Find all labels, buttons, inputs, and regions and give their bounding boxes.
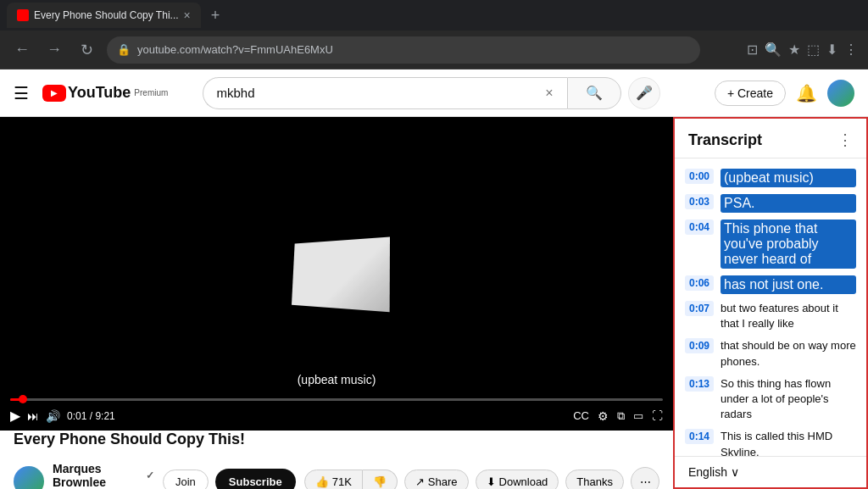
subtitles-button[interactable]: CC: [573, 409, 589, 422]
video-caption: (upbeat music): [291, 371, 383, 388]
video-player[interactable]: (upbeat music) ▶ ⏭ 🔊 0:01 / 9:21: [0, 117, 673, 431]
menu-icon[interactable]: ☰: [14, 83, 29, 103]
transcript-item-time: 0:07: [685, 301, 714, 316]
bookmark-icon[interactable]: ★: [788, 42, 800, 58]
address-bar[interactable]: 🔒 youtube.com/watch?v=FmmUAhE6MxU: [107, 36, 700, 64]
notification-button[interactable]: 🔔: [796, 83, 817, 103]
subscribe-button[interactable]: Subscribe: [215, 469, 296, 490]
youtube-premium-label: Premium: [134, 88, 168, 97]
transcript-item[interactable]: 0:14This is called this HMD Skyline,: [675, 425, 866, 456]
transcript-item[interactable]: 0:04This phone that you've probably neve…: [675, 216, 866, 272]
transcript-item-time: 0:09: [685, 338, 714, 353]
search-clear-icon[interactable]: ×: [545, 86, 553, 101]
transcript-menu-button[interactable]: ⋮: [837, 131, 853, 149]
total-time: 9:21: [95, 410, 114, 422]
theater-button[interactable]: ▭: [633, 409, 643, 422]
transcript-title: Transcript: [688, 131, 762, 149]
transcript-item-text: has not just one.: [721, 275, 856, 294]
new-tab-button[interactable]: +: [211, 7, 220, 25]
transcript-item-text: but two features about it that I really …: [721, 301, 856, 331]
channel-name[interactable]: Marques Brownlee ✓: [53, 462, 154, 489]
next-button[interactable]: ⏭: [27, 409, 39, 423]
search-icon: 🔍: [586, 85, 603, 101]
mic-icon: 🎤: [636, 85, 653, 101]
transcript-item[interactable]: 0:06has not just one.: [675, 272, 866, 297]
transcript-item[interactable]: 0:09that should be on way more phones.: [675, 335, 866, 372]
channel-info: Marques Brownlee ✓ 1.98 crore subscriber…: [53, 462, 154, 489]
search-container: × 🔍 🎤: [203, 77, 660, 109]
transcript-item-time: 0:14: [685, 429, 714, 444]
tab-favicon: [17, 9, 29, 21]
volume-button[interactable]: 🔊: [46, 409, 60, 423]
mic-button[interactable]: 🎤: [628, 77, 660, 109]
like-button[interactable]: 👍 71K: [304, 470, 363, 490]
video-controls: ▶ ⏭ 🔊 0:01 / 9:21 CC ⚙ ⧉ ▭ ⛶: [0, 392, 673, 431]
extensions-icon[interactable]: ⬚: [807, 42, 820, 58]
download-browser-icon[interactable]: ⬇: [826, 42, 837, 58]
channel-row: Marques Brownlee ✓ 1.98 crore subscriber…: [14, 455, 659, 489]
thumbs-down-icon: 👎: [373, 475, 387, 488]
video-frame-graphic: [292, 236, 390, 312]
download-button[interactable]: ⬇ Download: [476, 470, 559, 490]
refresh-button[interactable]: ↻: [75, 38, 98, 62]
address-bar-row: ← → ↻ 🔒 youtube.com/watch?v=FmmUAhE6MxU …: [0, 31, 868, 69]
share-button[interactable]: ↗ Share: [404, 470, 469, 490]
transcript-item-text: (upbeat music): [721, 169, 856, 187]
play-button[interactable]: ▶: [10, 408, 20, 424]
youtube-logo-text: YouTube: [68, 84, 131, 102]
thumbs-up-icon: 👍: [315, 475, 329, 488]
progress-dot: [19, 395, 27, 403]
like-dislike-group: 👍 71K 👎: [304, 470, 398, 490]
fullscreen-button[interactable]: ⛶: [652, 409, 663, 422]
transcript-item-time: 0:04: [685, 219, 714, 235]
browser-chrome: Every Phone Should Copy Thi... × +: [0, 0, 868, 31]
transcript-item-text: This is called this HMD Skyline,: [721, 429, 856, 456]
main-content: (upbeat music) ▶ ⏭ 🔊 0:01 / 9:21: [0, 117, 868, 489]
transcript-item[interactable]: 0:13So this thing has flown under a lot …: [675, 373, 866, 426]
transcript-header: Transcript ⋮: [675, 119, 866, 158]
more-browser-icon[interactable]: ⋮: [844, 42, 858, 58]
transcript-chevron: ∨: [731, 465, 739, 479]
youtube-header: ☰ YouTube Premium × 🔍 🎤 + Create 🔔: [0, 69, 868, 117]
controls-row: ▶ ⏭ 🔊 0:01 / 9:21 CC ⚙ ⧉ ▭ ⛶: [10, 408, 663, 424]
join-button[interactable]: Join: [163, 470, 209, 490]
avatar[interactable]: [827, 80, 854, 107]
tab-close-button[interactable]: ×: [184, 8, 191, 22]
time-display: 0:01 / 9:21: [67, 410, 115, 422]
channel-avatar[interactable]: [14, 466, 44, 489]
search-input[interactable]: [217, 86, 539, 100]
channel-actions: Join Subscribe: [163, 469, 296, 490]
transcript-item[interactable]: 0:03PSA.: [675, 191, 866, 216]
miniplayer-button[interactable]: ⧉: [617, 409, 625, 423]
browser-tab[interactable]: Every Phone Should Copy Thi... ×: [7, 3, 201, 28]
search-box[interactable]: ×: [203, 77, 567, 109]
download-icon: ⬇: [487, 475, 496, 488]
settings-icon[interactable]: ⚙: [598, 409, 609, 423]
transcript-footer[interactable]: English ∨: [675, 456, 866, 487]
transcript-item-text: that should be on way more phones.: [721, 338, 856, 369]
thanks-button[interactable]: Thanks: [565, 470, 624, 490]
current-time: 0:01: [67, 410, 86, 422]
dislike-button[interactable]: 👎: [363, 470, 398, 490]
youtube-logo[interactable]: YouTube Premium: [42, 84, 168, 102]
verified-badge: ✓: [146, 470, 154, 481]
transcript-item-text: This phone that you've probably never he…: [721, 219, 856, 269]
forward-button[interactable]: →: [42, 38, 66, 62]
create-button[interactable]: + Create: [715, 81, 786, 106]
search-button[interactable]: 🔍: [567, 77, 621, 109]
transcript-item-time: 0:06: [685, 275, 714, 291]
browser-actions: ⊡ 🔍 ★ ⬚ ⬇ ⋮: [747, 42, 858, 58]
transcript-item-time: 0:03: [685, 194, 714, 209]
transcript-item[interactable]: 0:00(upbeat music): [675, 165, 866, 191]
transcript-item[interactable]: 0:07but two features about it that I rea…: [675, 297, 866, 335]
search-browser-icon[interactable]: 🔍: [765, 42, 782, 58]
progress-bar[interactable]: [10, 398, 663, 401]
youtube-logo-icon: [42, 85, 66, 102]
cast-icon[interactable]: ⊡: [747, 42, 758, 58]
header-actions: + Create 🔔: [715, 80, 854, 107]
transcript-body[interactable]: 0:00(upbeat music)0:03PSA.0:04This phone…: [675, 158, 866, 456]
transcript-item-text: PSA.: [721, 194, 856, 213]
video-title: Every Phone Should Copy This!: [14, 431, 659, 448]
more-actions-button[interactable]: ⋯: [631, 467, 659, 489]
back-button[interactable]: ←: [10, 38, 34, 62]
